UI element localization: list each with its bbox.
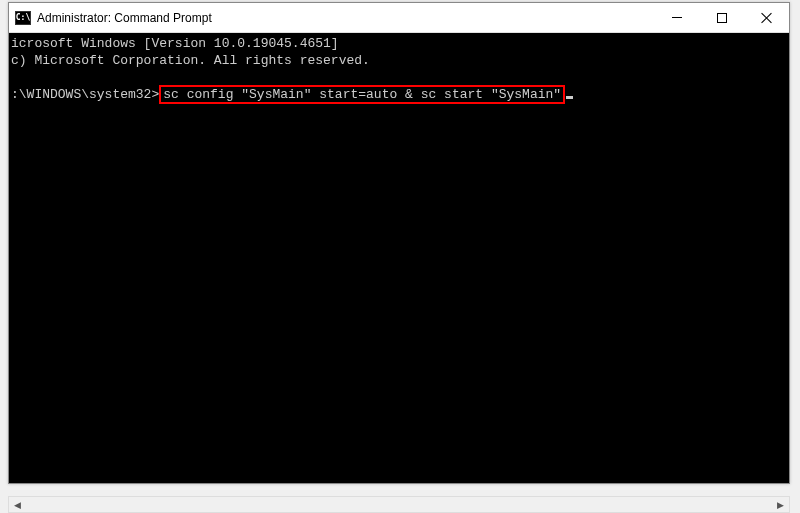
- command-text: sc config "SysMain" start=auto & sc star…: [163, 87, 561, 102]
- scroll-left-arrow[interactable]: ◀: [9, 496, 26, 513]
- command-highlight: sc config "SysMain" start=auto & sc star…: [159, 85, 565, 104]
- window-controls: [654, 3, 789, 32]
- maximize-button[interactable]: [699, 3, 744, 32]
- close-button[interactable]: [744, 3, 789, 32]
- close-icon: [761, 12, 773, 24]
- app-icon: C:\: [15, 11, 31, 25]
- terminal-output[interactable]: icrosoft Windows [Version 10.0.19045.465…: [9, 33, 789, 483]
- prompt-path: :\WINDOWS\system32>: [11, 87, 159, 102]
- minimize-icon: [672, 17, 682, 18]
- terminal-line-2: c) Microsoft Corporation. All rights res…: [11, 53, 370, 68]
- cursor: [566, 96, 573, 99]
- horizontal-scrollbar[interactable]: ◀ ▶: [8, 496, 790, 513]
- command-prompt-window: C:\ Administrator: Command Prompt icroso…: [8, 2, 790, 484]
- maximize-icon: [717, 13, 727, 23]
- terminal-line-1: icrosoft Windows [Version 10.0.19045.465…: [11, 36, 339, 51]
- minimize-button[interactable]: [654, 3, 699, 32]
- title-bar[interactable]: C:\ Administrator: Command Prompt: [9, 3, 789, 33]
- scroll-track[interactable]: [26, 497, 772, 512]
- window-title: Administrator: Command Prompt: [37, 11, 654, 25]
- scroll-right-arrow[interactable]: ▶: [772, 496, 789, 513]
